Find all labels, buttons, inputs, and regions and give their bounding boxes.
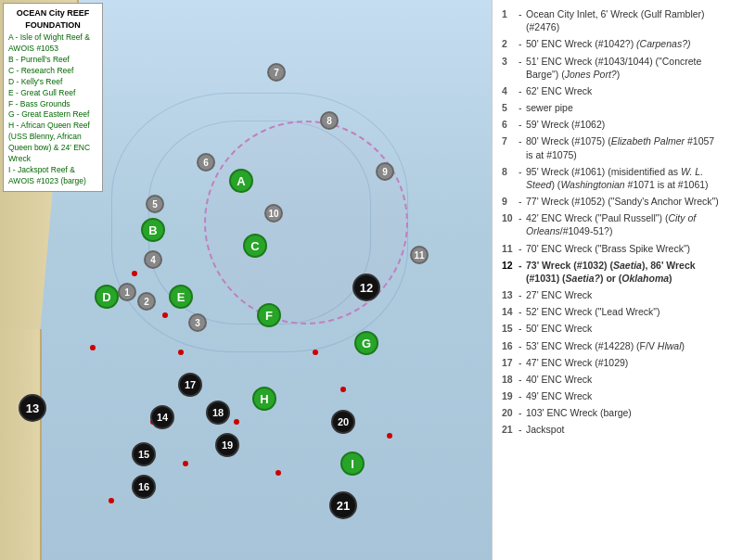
marker-gray-5: 5 bbox=[146, 195, 164, 213]
marker-green-f: F bbox=[257, 303, 281, 327]
marker-black-19: 19 bbox=[215, 433, 239, 457]
marker-gray-6: 6 bbox=[197, 153, 215, 172]
legend-text-21: Jackspot bbox=[526, 423, 721, 436]
legend-num-14: 14 bbox=[502, 305, 519, 318]
legend-entry-19: 19 - 49' ENC Wreck bbox=[502, 389, 721, 402]
legend-text-1: Ocean City Inlet, 6' Wreck (Gulf Rambler… bbox=[526, 7, 721, 33]
marker-black-15: 15 bbox=[132, 442, 156, 466]
legend-text-14: 52' ENC Wreck ("Lead Wreck") bbox=[526, 305, 721, 318]
marker-black-21: 21 bbox=[329, 491, 357, 519]
marker-black-20: 20 bbox=[331, 410, 355, 434]
marker-green-e: E bbox=[169, 285, 193, 309]
legend-entry-9: 9 - 77' Wreck (#1052) ("Sandy's Anchor W… bbox=[502, 195, 721, 208]
legend-entry-17: 17 - 47' ENC Wreck (#1029) bbox=[502, 356, 721, 369]
coastline-3 bbox=[0, 329, 42, 560]
legend-text-11: 70' ENC Wreck ("Brass Spike Wreck") bbox=[526, 242, 721, 255]
legend-item-c: C - Research Reef bbox=[8, 66, 97, 77]
legend-text-20: 103' ENC Wreck (barge) bbox=[526, 406, 721, 419]
legend-num-17: 17 bbox=[502, 356, 519, 369]
marker-gray-2: 2 bbox=[137, 292, 156, 311]
marker-black-12: 12 bbox=[352, 274, 380, 301]
legend-entry-15: 15 - 50' ENC Wreck bbox=[502, 322, 721, 335]
legend-num-10: 10 bbox=[502, 211, 519, 237]
legend-text-5: sewer pipe bbox=[526, 101, 721, 114]
marker-gray-3: 3 bbox=[188, 313, 207, 332]
legend-num-16: 16 bbox=[502, 339, 519, 352]
legend-entry-5: 5 - sewer pipe bbox=[502, 101, 721, 114]
right-legend-panel: 1 - Ocean City Inlet, 6' Wreck (Gulf Ram… bbox=[492, 0, 730, 560]
legend-entry-11: 11 - 70' ENC Wreck ("Brass Spike Wreck") bbox=[502, 242, 721, 255]
legend-text-7: 80' Wreck (#1075) (Elizabeth Palmer #105… bbox=[526, 134, 721, 160]
legend-num-7: 7 bbox=[502, 134, 519, 160]
legend-num-1: 1 bbox=[502, 7, 519, 33]
legend-entry-21: 21 - Jackspot bbox=[502, 423, 721, 436]
marker-black-14: 14 bbox=[150, 405, 174, 429]
legend-item-h: H - African Queen Reef (USS Blenny, Afri… bbox=[8, 121, 97, 165]
legend-item-g: G - Great Eastern Reef bbox=[8, 109, 97, 121]
legend-item-b: B - Purnell's Reef bbox=[8, 55, 97, 66]
legend-num-11: 11 bbox=[502, 242, 519, 255]
red-dot bbox=[178, 350, 184, 355]
legend-text-4: 62' ENC Wreck bbox=[526, 84, 721, 97]
legend-item-a: A - Isle of Wight Reef & AWOIS #1053 bbox=[8, 32, 97, 55]
red-dot bbox=[183, 461, 188, 466]
marker-green-b: B bbox=[141, 218, 165, 242]
marker-green-a: A bbox=[229, 169, 253, 193]
legend-num-21: 21 bbox=[502, 423, 519, 436]
red-dot bbox=[234, 419, 239, 425]
legend-num-13: 13 bbox=[502, 288, 519, 301]
legend-num-5: 5 bbox=[502, 101, 519, 114]
legend-item-e: E - Great Gull Reef bbox=[8, 88, 97, 99]
marker-green-d: D bbox=[95, 285, 119, 309]
legend-text-16: 53' ENC Wreck (#14228) (F/V Hlwal) bbox=[526, 339, 721, 352]
red-dot bbox=[109, 498, 114, 503]
legend-num-2: 2 bbox=[502, 37, 519, 50]
legend-num-3: 3 bbox=[502, 55, 519, 81]
red-dot bbox=[313, 350, 318, 355]
map-legend-box: OCEAN City REEF FOUNDATION A - Isle of W… bbox=[3, 3, 103, 192]
legend-num-15: 15 bbox=[502, 322, 519, 335]
legend-entry-16: 16 - 53' ENC Wreck (#14228) (F/V Hlwal) bbox=[502, 339, 721, 352]
legend-text-9: 77' Wreck (#1052) ("Sandy's Anchor Wreck… bbox=[526, 195, 721, 208]
marker-green-c: C bbox=[243, 234, 267, 258]
legend-item-i: I - Jackspot Reef & AWOIS #1023 (barge) bbox=[8, 165, 97, 187]
legend-text-12: 73' Wreck (#1032) (Saetia), 86' Wreck (#… bbox=[526, 259, 721, 285]
legend-text-2: 50' ENC Wreck (#1042?) (Carpenas?) bbox=[526, 37, 721, 50]
legend-num-12: 12 bbox=[502, 259, 519, 285]
legend-text-18: 40' ENC Wreck bbox=[526, 373, 721, 386]
red-dot bbox=[162, 312, 168, 318]
legend-text-3: 51' ENC Wreck (#1043/1044) ("Concrete Ba… bbox=[526, 55, 721, 81]
legend-text-10: 42' ENC Wreck ("Paul Russell") (City of … bbox=[526, 211, 721, 237]
legend-num-6: 6 bbox=[502, 118, 519, 131]
legend-num-9: 9 bbox=[502, 195, 519, 208]
marker-black-16: 16 bbox=[132, 475, 156, 499]
legend-title: OCEAN City REEF FOUNDATION bbox=[8, 7, 97, 31]
legend-num-4: 4 bbox=[502, 84, 519, 97]
legend-num-8: 8 bbox=[502, 165, 519, 191]
red-dot bbox=[90, 345, 96, 350]
legend-entry-7: 7 - 80' Wreck (#1075) (Elizabeth Palmer … bbox=[502, 134, 721, 160]
legend-items: A - Isle of Wight Reef & AWOIS #1053 B -… bbox=[8, 32, 97, 186]
marker-gray-4: 4 bbox=[144, 250, 162, 269]
legend-entry-14: 14 - 52' ENC Wreck ("Lead Wreck") bbox=[502, 305, 721, 318]
legend-text-19: 49' ENC Wreck bbox=[526, 389, 721, 402]
legend-entry-12: 12 - 73' Wreck (#1032) (Saetia), 86' Wre… bbox=[502, 259, 721, 285]
red-dot bbox=[275, 470, 281, 476]
legend-num-20: 20 bbox=[502, 406, 519, 419]
marker-gray-10: 10 bbox=[264, 204, 283, 223]
legend-text-13: 27' ENC Wreck bbox=[526, 288, 721, 301]
marker-gray-9: 9 bbox=[376, 162, 394, 181]
red-dot bbox=[340, 387, 346, 392]
marker-gray-11: 11 bbox=[410, 246, 429, 264]
legend-entry-3: 3 - 51' ENC Wreck (#1043/1044) ("Concret… bbox=[502, 55, 721, 81]
legend-text-17: 47' ENC Wreck (#1029) bbox=[526, 356, 721, 369]
red-dot bbox=[132, 271, 137, 276]
legend-entry-13: 13 - 27' ENC Wreck bbox=[502, 288, 721, 301]
marker-gray-8: 8 bbox=[320, 111, 339, 130]
marker-black-18: 18 bbox=[206, 401, 230, 425]
marker-green-h: H bbox=[252, 387, 276, 411]
marker-black-13: 13 bbox=[19, 394, 46, 422]
marker-gray-7: 7 bbox=[267, 63, 286, 82]
legend-num-18: 18 bbox=[502, 373, 519, 386]
red-dot bbox=[387, 433, 392, 439]
